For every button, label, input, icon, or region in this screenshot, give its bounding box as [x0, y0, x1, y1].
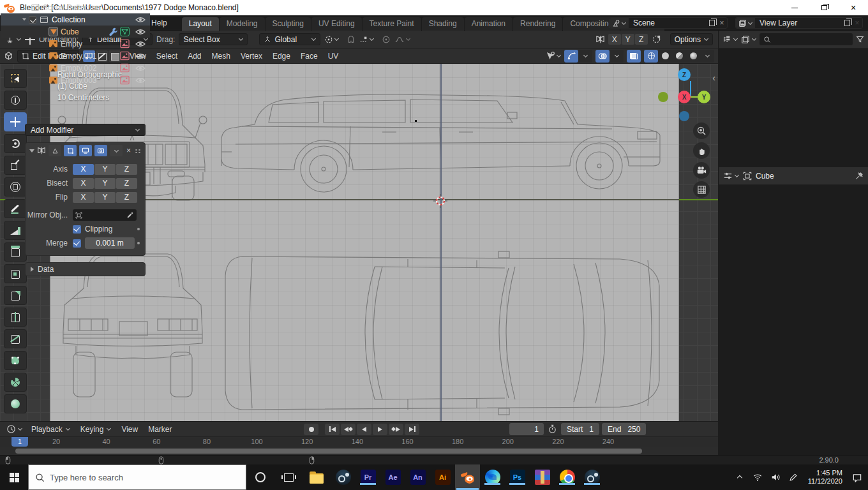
row-label[interactable]: Empty.003 [61, 76, 96, 85]
axis-button[interactable]: X [73, 178, 94, 189]
axis-button[interactable]: Y [94, 192, 116, 203]
menu-item[interactable]: Mesh [207, 48, 236, 64]
close-button[interactable]: × [839, 0, 868, 15]
delete-scene-button[interactable]: × [717, 18, 727, 28]
taskbar-clock[interactable]: 1:45 PM 11/12/2020 [804, 469, 846, 486]
taskbar-app-illustrator[interactable]: Ai [430, 470, 455, 485]
gizmo-z-ball[interactable]: Z [678, 68, 691, 81]
transform-orientation-dropdown[interactable]: Global [259, 33, 320, 45]
data-panel[interactable]: Data [25, 262, 146, 276]
row-label[interactable]: Empty [61, 40, 82, 48]
filter-icon[interactable] [856, 35, 864, 43]
camera-view-button[interactable] [693, 162, 710, 179]
editor-type-timeline-icon[interactable] [4, 424, 25, 434]
file-explorer-button[interactable] [303, 464, 331, 490]
image-badge-icon[interactable] [120, 39, 130, 48]
editor-type-outliner-icon[interactable] [722, 35, 738, 44]
current-frame-indicator[interactable]: 1 [11, 437, 28, 447]
row-label[interactable]: Cube [61, 27, 79, 36]
image-badge-icon[interactable] [120, 75, 130, 85]
merge-threshold-field[interactable]: 0.001 m [85, 237, 135, 249]
proportional-edit-toggle[interactable] [382, 35, 391, 44]
mesh-data-badge-icon[interactable] [120, 27, 130, 36]
mirror-axis-button[interactable]: Y [622, 34, 634, 45]
workspace-tab[interactable]: Sculpting [266, 17, 311, 31]
axis-button[interactable]: Y [94, 178, 116, 189]
outliner-row-cube[interactable]: Cube [1, 26, 150, 38]
action-center-icon[interactable] [850, 473, 864, 482]
start-frame-field[interactable]: Start1 [561, 423, 599, 435]
workspace-tab[interactable]: Modeling [220, 17, 265, 31]
taskbar-app-steam2[interactable] [580, 470, 604, 485]
gizmos-options-chevron[interactable] [578, 50, 592, 63]
taskbar-app-edge[interactable] [480, 470, 505, 485]
gizmo-minus-y-ball[interactable] [658, 92, 668, 102]
outliner-row-empty[interactable]: Empty [1, 38, 150, 50]
animate-dot[interactable] [137, 242, 140, 244]
axis-button[interactable]: Y [94, 164, 116, 175]
material-shading-button[interactable] [672, 50, 686, 63]
on-cage-toggle[interactable] [49, 145, 61, 156]
solid-shading-button[interactable] [658, 50, 672, 63]
row-label[interactable]: Collection [52, 15, 86, 24]
drag-handle[interactable] [135, 149, 141, 153]
outliner-row-empty-001[interactable]: Empty.001 [1, 50, 150, 62]
eye-icon[interactable] [135, 29, 146, 35]
taskbar-app-steam[interactable] [331, 470, 355, 485]
image-badge-icon[interactable] [120, 63, 130, 73]
view-layer-icon[interactable] [736, 18, 755, 28]
workspace-tab[interactable]: UV Editing [311, 17, 362, 31]
auto-keying-button[interactable] [304, 424, 318, 435]
jump-to-end-button[interactable] [405, 424, 419, 435]
scene-selector[interactable]: Scene × [609, 17, 728, 29]
disclosure-caret[interactable] [21, 18, 27, 21]
modifier-extras-dropdown[interactable] [110, 145, 123, 156]
object-visibility-dropdown[interactable] [546, 51, 561, 61]
play-reverse-button[interactable] [357, 424, 371, 435]
axis-button[interactable]: Z [116, 192, 137, 203]
rendered-shading-button[interactable] [686, 50, 700, 63]
mirror-axis-button[interactable]: X [608, 34, 621, 45]
outliner-row-collection[interactable]: Collection [1, 13, 150, 26]
xray-toggle[interactable] [627, 50, 641, 63]
snap-region-icon[interactable] [652, 34, 661, 44]
wifi-icon[interactable] [751, 473, 765, 482]
collection-checkbox[interactable] [29, 16, 36, 24]
workspace-tab[interactable]: Rendering [513, 17, 562, 31]
pin-icon[interactable] [855, 172, 864, 180]
view-layer-selector[interactable]: View Layer × [735, 17, 863, 29]
editor-type-properties-icon[interactable] [723, 171, 739, 181]
outliner-display-mode-dropdown[interactable] [741, 35, 756, 44]
end-frame-field[interactable]: End250 [602, 423, 646, 435]
taskbar-app-photoshop[interactable]: Ps [505, 470, 530, 485]
timeline-ruler[interactable]: 20406080100120140160180200220240 1 [0, 437, 718, 447]
taskbar-search[interactable] [28, 464, 246, 490]
start-button[interactable] [0, 464, 28, 490]
play-button[interactable] [373, 424, 387, 435]
pan-hand-button[interactable] [693, 142, 710, 159]
proportional-falloff-dropdown[interactable] [394, 35, 410, 44]
row-label[interactable]: Empty.002 [61, 64, 96, 73]
delete-modifier-button[interactable]: × [126, 146, 131, 155]
menu-item[interactable]: Add [183, 48, 206, 64]
pivot-point-dropdown[interactable] [324, 35, 339, 44]
use-preview-range-icon[interactable] [548, 424, 557, 434]
overlays-toggle[interactable] [595, 50, 610, 63]
menu-item[interactable]: Vertex [236, 48, 267, 64]
taskbar-app-winrar[interactable] [530, 470, 555, 485]
current-frame-field[interactable]: 1 [509, 423, 544, 435]
wrench-badge-icon[interactable] [108, 27, 118, 36]
options-dropdown[interactable]: Options [670, 33, 713, 45]
timeline-scrollbar[interactable] [15, 449, 642, 454]
image-badge-icon[interactable] [120, 51, 130, 61]
taskbar-app-aftereffects[interactable]: Ae [380, 470, 405, 485]
new-scene-button[interactable] [707, 18, 717, 28]
outliner-search-input[interactable] [760, 33, 853, 45]
tool-cursor[interactable] [4, 91, 27, 110]
drag-dropdown[interactable]: Select Box [179, 33, 248, 45]
row-label[interactable]: Empty.001 [61, 52, 96, 61]
windows-ink-pen-icon[interactable] [786, 473, 800, 482]
mirror-axis-button[interactable]: Z [635, 34, 648, 45]
animate-dot[interactable] [137, 228, 140, 230]
workspace-tab[interactable]: Layout [182, 17, 219, 31]
